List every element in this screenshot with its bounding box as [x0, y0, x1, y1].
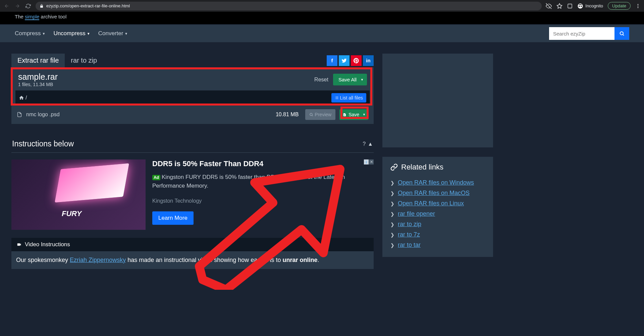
list-all-files-button[interactable]: List all files	[331, 93, 366, 103]
related-link[interactable]: Open RAR files on Linux	[398, 200, 464, 207]
tab-extract-rar[interactable]: Extract rar file	[11, 54, 65, 67]
ad-text: i ✕ DDR5 is 50% Faster Than DDR4 AdKings…	[152, 159, 374, 230]
video-icon	[16, 242, 22, 247]
svg-point-4	[638, 4, 639, 5]
chevron-right-icon: ❯	[390, 211, 394, 217]
link-icon	[390, 163, 398, 171]
instructions-header: Instructions below ? ▲	[11, 139, 374, 153]
save-button[interactable]: Save ▼	[339, 109, 368, 120]
file-icon	[17, 112, 22, 118]
caret-up-icon: ▲	[368, 141, 373, 147]
related-link[interactable]: Open RAR files on Windows	[398, 179, 474, 186]
incognito-label: Incognito	[585, 3, 603, 8]
ad-info-icon[interactable]: i	[364, 159, 369, 164]
incognito-badge: Incognito	[577, 3, 603, 9]
related-links-list: ❯Open RAR files on Windows❯Open RAR file…	[390, 178, 485, 250]
browser-right-icons: Incognito Update	[546, 2, 641, 10]
related-link-item: ❯Open RAR files on MacOS	[390, 188, 485, 198]
tabs-row: Extract rar file rar to zip f in	[11, 54, 374, 67]
chevron-right-icon: ❯	[390, 191, 394, 196]
address-bar[interactable]: ezyzip.com/open-extract-rar-file-online.…	[36, 2, 542, 10]
related-link[interactable]: rar to 7z	[398, 231, 420, 238]
ad-image[interactable]	[11, 159, 146, 230]
caret-down-icon: ▼	[42, 32, 45, 36]
nav-compress[interactable]: Compress▼	[15, 30, 50, 37]
preview-button[interactable]: Preview	[305, 109, 335, 120]
breadcrumb-path: /	[25, 95, 27, 101]
ad-close-icon[interactable]: ✕	[369, 159, 374, 164]
search-input[interactable]	[549, 27, 614, 40]
nav-converter[interactable]: Converter▼	[98, 30, 133, 37]
related-heading: Related links	[390, 163, 485, 172]
social-share: f in	[327, 55, 374, 66]
help-toggle[interactable]: ? ▲	[363, 141, 373, 147]
update-button[interactable]: Update	[608, 2, 631, 10]
sidebar: Related links ❯Open RAR files on Windows…	[382, 54, 493, 269]
archive-panel: sample.rar 1 files, 11.34 MB Reset Save …	[11, 67, 374, 124]
chevron-right-icon: ❯	[390, 180, 394, 186]
svg-point-2	[579, 5, 580, 7]
pinterest-icon[interactable]	[351, 55, 362, 66]
svg-point-6	[638, 7, 639, 8]
back-button[interactable]	[3, 3, 10, 9]
twitter-icon[interactable]	[339, 55, 350, 66]
search-wrap	[549, 27, 629, 40]
extensions-icon[interactable]	[567, 3, 573, 9]
save-all-button[interactable]: Save All ▼	[333, 74, 367, 85]
tagline: The simple archive tool	[15, 14, 629, 19]
svg-point-5	[638, 5, 639, 6]
home-icon[interactable]	[19, 95, 24, 100]
archive-filename: sample.rar	[18, 72, 58, 82]
ad-title: DDR5 is 50% Faster Than DDR4	[152, 159, 374, 168]
video-body: Our spokesmonkey Ezriah Zippernowsky has…	[11, 251, 374, 269]
chevron-right-icon: ❯	[390, 232, 394, 238]
caret-down-icon: ▼	[87, 32, 90, 36]
tab-rar-to-zip[interactable]: rar to zip	[65, 54, 103, 67]
star-icon[interactable]	[556, 3, 562, 9]
tagline-highlight: simple	[25, 14, 39, 20]
url-text: ezyzip.com/open-extract-rar-file-online.…	[46, 3, 130, 8]
instructions-heading: Instructions below	[12, 139, 74, 148]
caret-down-icon: ▼	[124, 32, 128, 36]
forward-button[interactable]	[14, 3, 21, 9]
related-link[interactable]: rar to tar	[398, 242, 421, 249]
related-link-item: ❯rar to zip	[390, 219, 485, 229]
related-link-item: ❯rar to tar	[390, 240, 485, 250]
caret-down-icon: ▼	[361, 78, 364, 81]
related-link-item: ❯rar file opener	[390, 209, 485, 219]
incognito-icon	[577, 3, 583, 9]
lock-icon	[40, 4, 44, 8]
svg-point-3	[581, 5, 582, 7]
ad-cta-button[interactable]: Learn More	[152, 211, 194, 225]
reload-button[interactable]	[25, 3, 32, 9]
menu-icon[interactable]	[635, 3, 641, 9]
search-button[interactable]	[614, 27, 629, 40]
sidebar-ad-placeholder	[382, 54, 493, 147]
ad-block: i ✕ DDR5 is 50% Faster Than DDR4 AdKings…	[11, 159, 374, 230]
file-size: 10.81 MB	[276, 112, 299, 118]
breadcrumb-row: / List all files	[15, 90, 370, 105]
facebook-icon[interactable]: f	[327, 55, 337, 66]
video-section: Video Instructions Our spokesmonkey Ezri…	[11, 238, 374, 269]
site-header: The simple archive tool	[0, 12, 644, 24]
linkedin-icon[interactable]: in	[363, 55, 374, 66]
page-viewport: The simple archive tool Compress▼ Uncomp…	[0, 12, 644, 336]
main-nav: Compress▼ Uncompress▼ Converter▼	[0, 24, 644, 42]
svg-point-8	[310, 113, 312, 116]
nav-uncompress[interactable]: Uncompress▼	[53, 30, 95, 37]
caret-down-icon: ▼	[363, 113, 366, 116]
related-link-item: ❯rar to 7z	[390, 229, 485, 240]
eye-off-icon[interactable]	[546, 3, 552, 9]
browser-toolbar: ezyzip.com/open-extract-rar-file-online.…	[0, 0, 644, 12]
archive-header: sample.rar 1 files, 11.34 MB Reset Save …	[11, 67, 374, 90]
spokesmonkey-link[interactable]: Ezriah Zippernowsky	[70, 257, 126, 263]
reset-link[interactable]: Reset	[314, 77, 328, 83]
chevron-right-icon: ❯	[390, 243, 394, 248]
related-links-panel: Related links ❯Open RAR files on Windows…	[382, 157, 493, 257]
archive-meta: 1 files, 11.34 MB	[18, 82, 58, 87]
related-link[interactable]: Open RAR files on MacOS	[398, 190, 470, 197]
file-row: nmc logo .psd 10.81 MB Preview Save ▼	[11, 105, 374, 124]
content-wrap: Extract rar file rar to zip f in sample.…	[0, 54, 644, 269]
related-link[interactable]: rar to zip	[398, 221, 421, 228]
related-link[interactable]: rar file opener	[398, 210, 435, 217]
